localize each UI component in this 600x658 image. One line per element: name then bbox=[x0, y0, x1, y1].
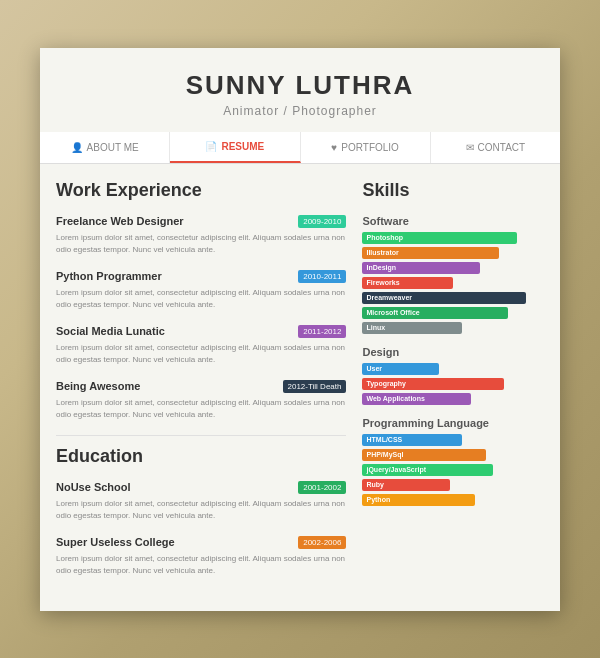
edu-item-header: Super Useless College 2002-2006 bbox=[56, 536, 346, 549]
skill-bar-wrap: Photoshop bbox=[362, 232, 544, 244]
work-date: 2010-2011 bbox=[298, 270, 346, 283]
work-item-header: Python Programmer 2010-2011 bbox=[56, 270, 346, 283]
left-column: Work Experience Freelance Web Designer 2… bbox=[56, 180, 346, 591]
work-date: 2009-2010 bbox=[298, 215, 346, 228]
edu-item-header: NoUse School 2001-2002 bbox=[56, 481, 346, 494]
work-desc: Lorem ipsum dolor sit amet, consectetur … bbox=[56, 397, 346, 421]
resume-page: SUNNY LUTHRA Animator / Photographer 👤 A… bbox=[40, 48, 560, 611]
skill-label: PHP/MySql bbox=[366, 451, 403, 458]
skill-label: Ruby bbox=[366, 481, 384, 488]
skill-label: jQuery/JavaScript bbox=[366, 466, 426, 473]
skill-bar-wrap: InDesign bbox=[362, 262, 544, 274]
work-item: Python Programmer 2010-2011 Lorem ipsum … bbox=[56, 270, 346, 311]
skill-label: Illustrator bbox=[366, 249, 398, 256]
work-item-header: Being Awesome 2012-Till Death bbox=[56, 380, 346, 393]
content-area: Work Experience Freelance Web Designer 2… bbox=[40, 164, 560, 591]
work-title: Being Awesome bbox=[56, 380, 140, 392]
tab-about[interactable]: 👤 ABOUT ME bbox=[40, 132, 170, 163]
work-date: 2012-Till Death bbox=[283, 380, 347, 393]
skill-label: User bbox=[366, 365, 382, 372]
work-desc: Lorem ipsum dolor sit amet, consectetur … bbox=[56, 232, 346, 256]
skill-label: Web Applications bbox=[366, 395, 424, 402]
design-subtitle: Design bbox=[362, 346, 544, 358]
skill-bar-wrap: Linux bbox=[362, 322, 544, 334]
programming-subtitle: Programming Language bbox=[362, 417, 544, 429]
education-title: Education bbox=[56, 446, 346, 471]
skill-label: Typography bbox=[366, 380, 406, 387]
skill-bar-msoffice: Microsoft Office bbox=[362, 307, 507, 319]
work-item-header: Freelance Web Designer 2009-2010 bbox=[56, 215, 346, 228]
right-column: Skills Software Photoshop Illustrator In… bbox=[362, 180, 544, 591]
skill-bar-wrap: Python bbox=[362, 494, 544, 506]
edu-title: NoUse School bbox=[56, 481, 131, 493]
skills-design: Design User Typography Web Applications bbox=[362, 346, 544, 405]
work-desc: Lorem ipsum dolor sit amet, consectetur … bbox=[56, 342, 346, 366]
work-item-header: Social Media Lunatic 2011-2012 bbox=[56, 325, 346, 338]
skill-bar-user: User bbox=[362, 363, 438, 375]
edu-date: 2001-2002 bbox=[298, 481, 346, 494]
work-item: Freelance Web Designer 2009-2010 Lorem i… bbox=[56, 215, 346, 256]
mail-icon: ✉ bbox=[466, 142, 474, 153]
skill-bar-wrap: PHP/MySql bbox=[362, 449, 544, 461]
work-item: Being Awesome 2012-Till Death Lorem ipsu… bbox=[56, 380, 346, 421]
skill-label: Fireworks bbox=[366, 279, 399, 286]
skill-label: Microsoft Office bbox=[366, 309, 419, 316]
skills-software: Software Photoshop Illustrator InDesign bbox=[362, 215, 544, 334]
edu-desc: Lorem ipsum dolor sit amet, consectetur … bbox=[56, 498, 346, 522]
edu-desc: Lorem ipsum dolor sit amet, consectetur … bbox=[56, 553, 346, 577]
education-item: NoUse School 2001-2002 Lorem ipsum dolor… bbox=[56, 481, 346, 522]
work-item: Social Media Lunatic 2011-2012 Lorem ips… bbox=[56, 325, 346, 366]
tab-contact[interactable]: ✉ CONTACT bbox=[431, 132, 560, 163]
tab-resume-label: RESUME bbox=[221, 141, 264, 152]
person-icon: 👤 bbox=[71, 142, 83, 153]
skill-bar-wrap: Dreamweaver bbox=[362, 292, 544, 304]
skills-programming: Programming Language HTML/CSS PHP/MySql … bbox=[362, 417, 544, 506]
skill-bar-linux: Linux bbox=[362, 322, 462, 334]
work-desc: Lorem ipsum dolor sit amet, consectetur … bbox=[56, 287, 346, 311]
tab-contact-label: CONTACT bbox=[478, 142, 526, 153]
section-divider bbox=[56, 435, 346, 436]
skill-bar-wrap: jQuery/JavaScript bbox=[362, 464, 544, 476]
skill-bar-dreamweaver: Dreamweaver bbox=[362, 292, 525, 304]
skill-bar-fireworks: Fireworks bbox=[362, 277, 453, 289]
tab-portfolio-label: PORTFOLIO bbox=[341, 142, 399, 153]
work-experience-title: Work Experience bbox=[56, 180, 346, 205]
skill-bar-wrap: Ruby bbox=[362, 479, 544, 491]
work-title: Freelance Web Designer bbox=[56, 215, 184, 227]
page-header: SUNNY LUTHRA Animator / Photographer bbox=[40, 48, 560, 132]
skill-label: Linux bbox=[366, 324, 385, 331]
skill-bar-wrap: Illustrator bbox=[362, 247, 544, 259]
skill-bar-wrap: Microsoft Office bbox=[362, 307, 544, 319]
skill-bar-illustrator: Illustrator bbox=[362, 247, 498, 259]
heart-icon: ♥ bbox=[331, 142, 337, 153]
skill-label: HTML/CSS bbox=[366, 436, 402, 443]
skill-bar-wrap: User bbox=[362, 363, 544, 375]
work-date: 2011-2012 bbox=[298, 325, 346, 338]
skill-bar-ruby: Ruby bbox=[362, 479, 449, 491]
skill-label: Dreamweaver bbox=[366, 294, 412, 301]
skill-bar-wrap: HTML/CSS bbox=[362, 434, 544, 446]
edu-title: Super Useless College bbox=[56, 536, 175, 548]
resume-icon: 📄 bbox=[205, 141, 217, 152]
work-title: Python Programmer bbox=[56, 270, 162, 282]
tab-resume[interactable]: 📄 RESUME bbox=[170, 132, 300, 163]
skill-bar-jquery: jQuery/JavaScript bbox=[362, 464, 493, 476]
skill-bar-phpmysql: PHP/MySql bbox=[362, 449, 485, 461]
tab-portfolio[interactable]: ♥ PORTFOLIO bbox=[301, 132, 431, 163]
skill-bar-htmlcss: HTML/CSS bbox=[362, 434, 462, 446]
skill-bar-photoshop: Photoshop bbox=[362, 232, 516, 244]
skill-bar-typography: Typography bbox=[362, 378, 504, 390]
education-item: Super Useless College 2002-2006 Lorem ip… bbox=[56, 536, 346, 577]
skill-bar-python: Python bbox=[362, 494, 475, 506]
person-name: SUNNY LUTHRA bbox=[40, 70, 560, 101]
tab-about-label: ABOUT ME bbox=[87, 142, 139, 153]
skill-bar-indesign: InDesign bbox=[362, 262, 480, 274]
skills-title: Skills bbox=[362, 180, 544, 205]
skill-label: InDesign bbox=[366, 264, 396, 271]
work-title: Social Media Lunatic bbox=[56, 325, 165, 337]
nav-tabs: 👤 ABOUT ME 📄 RESUME ♥ PORTFOLIO ✉ CONTAC… bbox=[40, 132, 560, 164]
skill-label: Python bbox=[366, 496, 390, 503]
skill-bar-wrap: Typography bbox=[362, 378, 544, 390]
skill-label: Photoshop bbox=[366, 234, 403, 241]
edu-date: 2002-2006 bbox=[298, 536, 346, 549]
